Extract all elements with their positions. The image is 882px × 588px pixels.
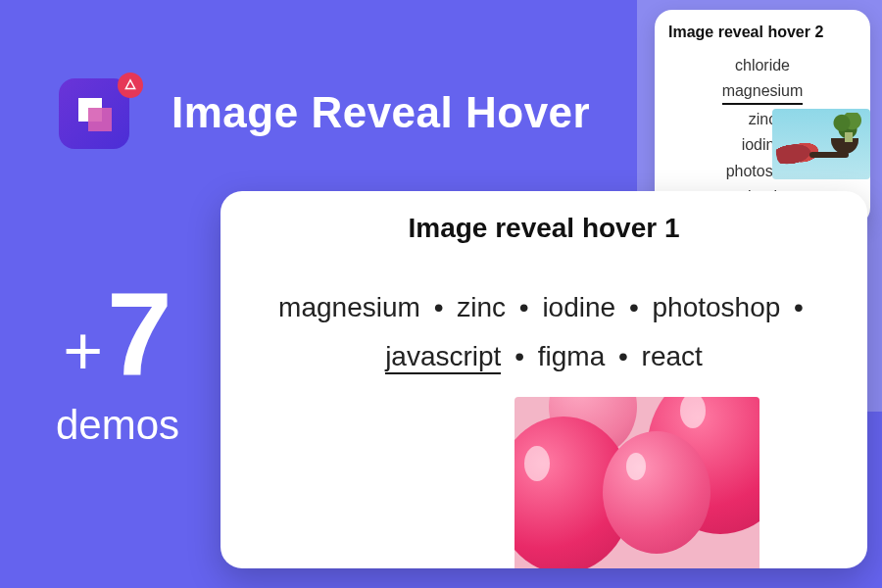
separator-dot: • xyxy=(434,292,444,322)
card1-title: Image reveal hover 1 xyxy=(250,213,838,244)
demo-count-block: +7 demos xyxy=(29,274,206,449)
card1-tag[interactable]: magnesium xyxy=(278,292,420,322)
product-logo xyxy=(59,78,137,157)
preview-card-1: Image reveal hover 1 magnesium • zinc • … xyxy=(220,191,867,568)
card1-tag[interactable]: react xyxy=(642,341,703,371)
demo-count-number: 7 xyxy=(107,274,172,392)
card1-reveal-image xyxy=(514,397,760,568)
demo-count-prefix: + xyxy=(63,317,103,385)
card2-list: chloridemagnesiumzinciodinephotoshophtml xyxy=(664,55,860,208)
card1-tag[interactable]: zinc xyxy=(457,292,506,322)
demo-count-label: demos xyxy=(29,402,206,449)
card2-item[interactable]: chloride xyxy=(735,55,790,76)
separator-dot: • xyxy=(629,292,639,322)
separator-dot: • xyxy=(519,292,529,322)
logo-badge-icon xyxy=(118,73,143,98)
card1-tag[interactable]: iodine xyxy=(542,292,615,322)
card1-tag[interactable]: javascript xyxy=(385,341,501,374)
card1-tag-list: magnesium • zinc • iodine • photoshop • … xyxy=(250,283,838,382)
hero-title: Image Reveal Hover xyxy=(172,88,590,137)
card2-item[interactable]: magnesium xyxy=(722,80,804,104)
card2-title: Image reveal hover 2 xyxy=(664,24,860,41)
card2-reveal-image xyxy=(772,109,870,179)
promo-canvas: Image Reveal Hover +7 demos Image reveal… xyxy=(0,0,882,588)
separator-dot: • xyxy=(794,292,804,322)
separator-dot: • xyxy=(514,341,524,371)
card1-tag[interactable]: figma xyxy=(538,341,605,371)
card1-tag[interactable]: photoshop xyxy=(653,292,781,322)
separator-dot: • xyxy=(618,341,628,371)
